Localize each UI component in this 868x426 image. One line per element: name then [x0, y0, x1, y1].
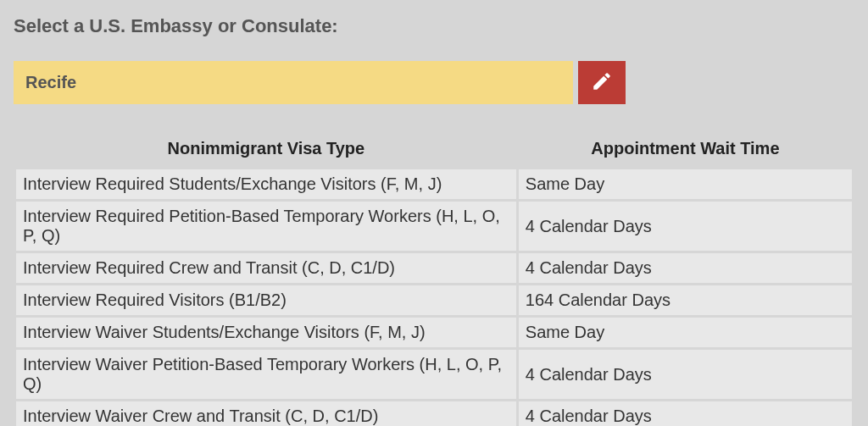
table-row: Interview Required Visitors (B1/B2)164 C… [16, 285, 852, 315]
table-header-row: Nonimmigrant Visa Type Appointment Wait … [16, 134, 852, 167]
page-heading: Select a U.S. Embassy or Consulate: [14, 15, 854, 37]
table-row: Interview Waiver Students/Exchange Visit… [16, 318, 852, 347]
wait-time-cell: 4 Calendar Days [519, 350, 852, 399]
visa-type-cell: Interview Required Students/Exchange Vis… [16, 169, 516, 199]
wait-time-cell: 4 Calendar Days [519, 253, 852, 283]
table-row: Interview Waiver Crew and Transit (C, D,… [16, 401, 852, 426]
table-row: Interview Waiver Petition-Based Temporar… [16, 350, 852, 399]
wait-times-table: Nonimmigrant Visa Type Appointment Wait … [14, 131, 854, 426]
visa-type-cell: Interview Required Crew and Transit (C, … [16, 253, 516, 283]
visa-type-cell: Interview Waiver Students/Exchange Visit… [16, 318, 516, 347]
table-row: Interview Required Crew and Transit (C, … [16, 253, 852, 283]
table-row: Interview Required Petition-Based Tempor… [16, 202, 852, 251]
wait-time-cell: 4 Calendar Days [519, 401, 852, 426]
location-select-row: Recife [14, 61, 854, 104]
wait-time-cell: Same Day [519, 169, 852, 199]
wait-time-cell: Same Day [519, 318, 852, 347]
edit-location-button[interactable] [578, 61, 626, 104]
col-header-wait-time: Appointment Wait Time [519, 134, 852, 167]
visa-type-cell: Interview Waiver Crew and Transit (C, D,… [16, 401, 516, 426]
table-row: Interview Required Students/Exchange Vis… [16, 169, 852, 199]
visa-type-cell: Interview Required Petition-Based Tempor… [16, 202, 516, 251]
edit-icon [591, 70, 613, 96]
col-header-visa-type: Nonimmigrant Visa Type [16, 134, 516, 167]
wait-time-cell: 4 Calendar Days [519, 202, 852, 251]
location-select[interactable]: Recife [14, 61, 573, 104]
location-select-value: Recife [25, 73, 76, 92]
visa-type-cell: Interview Waiver Petition-Based Temporar… [16, 350, 516, 399]
visa-type-cell: Interview Required Visitors (B1/B2) [16, 285, 516, 315]
wait-time-cell: 164 Calendar Days [519, 285, 852, 315]
